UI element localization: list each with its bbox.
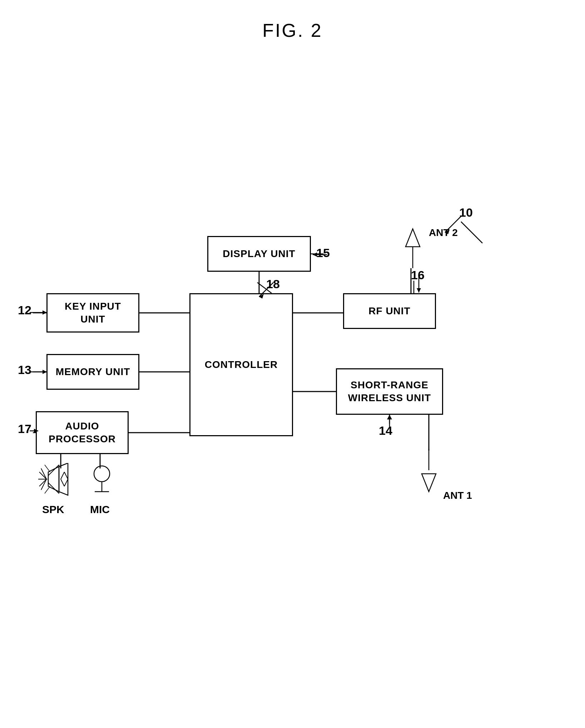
spk-icon [38, 463, 80, 499]
rf-unit-block: RF UNIT [343, 293, 436, 329]
svg-line-55 [41, 479, 46, 490]
short-range-block: SHORT-RANGE WIRELESS UNIT [336, 368, 443, 415]
arrow-16 [415, 275, 423, 295]
display-unit-block: DISPLAY UNIT [207, 236, 311, 272]
svg-marker-23 [43, 370, 47, 374]
arrow-17 [30, 427, 40, 436]
svg-marker-49 [48, 467, 59, 492]
ant1-label: ANT 1 [443, 490, 472, 501]
svg-point-56 [94, 466, 110, 482]
audio-processor-block: AUDIO PROCESSOR [36, 411, 129, 454]
svg-line-54 [41, 468, 46, 479]
mic-icon [91, 465, 113, 501]
svg-marker-27 [313, 252, 317, 257]
svg-marker-21 [43, 310, 47, 315]
svg-line-51 [39, 472, 46, 479]
ant1-symbol [416, 449, 441, 495]
spk-label: SPK [42, 503, 64, 516]
svg-line-53 [39, 479, 46, 486]
diagram-container: FIG. 2 [0, 0, 585, 728]
svg-marker-31 [34, 429, 38, 433]
arrow-13 [30, 368, 49, 377]
arrow-15 [311, 250, 329, 259]
svg-marker-35 [406, 229, 420, 247]
memory-unit-block: MEMORY UNIT [46, 354, 139, 390]
controller-block: CONTROLLER [189, 293, 293, 436]
svg-marker-29 [417, 288, 421, 292]
svg-marker-25 [387, 415, 392, 419]
figure-title: FIG. 2 [262, 20, 322, 41]
ant2-label: ANT 2 [429, 227, 458, 238]
svg-line-32 [259, 282, 273, 297]
ant2-symbol [400, 225, 425, 272]
svg-marker-50 [59, 463, 68, 495]
arrow-12 [30, 308, 49, 317]
svg-marker-37 [422, 474, 436, 492]
arrow-14 [384, 413, 395, 427]
arrow-18 [257, 281, 275, 299]
key-input-block: KEY INPUT UNIT [46, 293, 139, 333]
mic-label: MIC [90, 503, 110, 516]
